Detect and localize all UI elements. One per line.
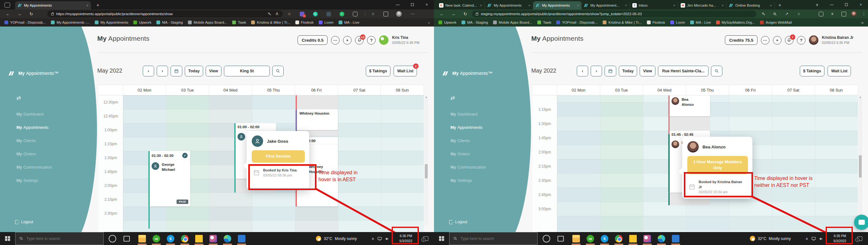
tab-actions-icon[interactable] (4, 2, 10, 7)
bookmark[interactable]: Flodesk (295, 21, 314, 24)
browser-tab[interactable]: My Appointments × (15, 1, 91, 9)
waitlist-button[interactable]: Wait List (828, 66, 851, 76)
sticky-notes-icon[interactable] (193, 232, 205, 245)
bookmark[interactable]: My Appointments (95, 21, 128, 24)
action-center-icon[interactable] (854, 232, 866, 245)
file-explorer-icon[interactable] (570, 232, 583, 245)
scrollbar-thumb[interactable] (859, 155, 862, 178)
key-icon[interactable] (266, 11, 273, 17)
user-avatar[interactable] (379, 35, 389, 45)
add-icon[interactable]: + (773, 36, 781, 44)
event-bea-alonzo-1[interactable]: Bea Alonzo (669, 95, 710, 116)
tab-close-icon[interactable]: × (625, 3, 627, 7)
location-field[interactable]: Rue Henri Sainte-Cla... (658, 66, 709, 76)
share-icon[interactable]: ↗ (783, 11, 790, 17)
search-button[interactable] (272, 66, 284, 76)
waitlist-button[interactable]: Wait List 2 (394, 66, 417, 76)
extension-check-icon[interactable]: ✓ (338, 11, 345, 17)
bookmark[interactable]: MySayMatters.Org... (716, 21, 755, 24)
sidebar-item[interactable]: MyClients (17, 138, 64, 143)
taskbar-search-input[interactable] (461, 237, 530, 241)
sidebar-item[interactable]: MyCommunication (17, 165, 64, 170)
scrollbar-thumb[interactable] (425, 164, 428, 178)
tray-expand-icon[interactable]: ∧ (805, 237, 808, 241)
sidebar-item[interactable]: MySettings (17, 178, 64, 183)
bookmark[interactable]: Kristina & Mike | Tr... (603, 21, 642, 24)
tray-expand-icon[interactable]: ∧ (371, 237, 374, 241)
back-icon[interactable]: ← (438, 11, 445, 17)
sidebar-item[interactable]: MyOrders (17, 152, 64, 156)
calendar-scrollbar[interactable]: ▲ (425, 95, 428, 225)
bookmark[interactable]: Kristina & Mike | Tr... (251, 21, 290, 24)
tab-close-icon[interactable]: × (674, 3, 675, 7)
browser-tab[interactable]: Y Inbox × (630, 1, 678, 9)
tab-search-icon[interactable]: ∨ (810, 2, 825, 7)
add-favorite-icon[interactable]: ☆ (286, 11, 293, 17)
tab-close-icon[interactable]: × (87, 3, 88, 7)
upwork-icon[interactable]: up (584, 232, 597, 245)
tab-close-icon[interactable]: × (528, 3, 530, 7)
date-picker-button[interactable] (604, 66, 616, 76)
sidebar-item[interactable]: MyDashboard (451, 112, 498, 117)
bookmark[interactable]: Upwork (438, 21, 457, 24)
event-george-michael[interactable]: 01:30 - 02:30 ✓ George Michael PAID (149, 151, 190, 207)
notifications-bell-icon[interactable]: 7 (785, 36, 794, 44)
user-avatar[interactable] (809, 35, 818, 45)
read-aloud-icon[interactable]: A (274, 11, 280, 17)
extension-spark-icon[interactable] (299, 11, 305, 17)
prev-button[interactable]: ‹ (577, 66, 588, 76)
scroll-up-icon[interactable]: ▲ (859, 96, 862, 98)
browser-tab[interactable]: My Appointment... × (582, 1, 630, 9)
extension-password-icon[interactable]: ··· (325, 11, 332, 17)
search-button[interactable] (711, 66, 722, 76)
location-field[interactable]: King St (224, 66, 270, 76)
settings-menu-icon[interactable]: ⋯ (409, 11, 416, 17)
taskbar-weather[interactable]: 32°C Mostly sunny (750, 232, 791, 245)
key-icon[interactable] (760, 11, 767, 17)
logout-button[interactable]: Logout (15, 220, 33, 224)
paint-icon[interactable] (207, 232, 219, 245)
browser-tab[interactable]: M Jen Mercado ha... × (678, 1, 726, 9)
extensions-puzzle-icon[interactable] (351, 11, 359, 17)
start-button[interactable] (0, 232, 15, 245)
browser-tab[interactable]: My Appointments × (485, 1, 533, 9)
credits-button[interactable]: Credits 0.5 (298, 35, 328, 45)
task-view-icon[interactable] (554, 232, 567, 245)
taskbar-weather[interactable]: 32°C Mostly sunny (316, 232, 357, 245)
bookmark[interactable]: Upwork (133, 21, 151, 24)
minimize-button[interactable]: — (825, 2, 839, 7)
close-button[interactable]: × (420, 2, 434, 7)
date-picker-button[interactable] (170, 66, 182, 76)
browser-tab[interactable]: My Appointments × (533, 1, 582, 9)
bookmark[interactable]: YOPmail - Disposab... (556, 21, 598, 24)
refresh-icon[interactable]: ↻ (28, 11, 35, 17)
next-button[interactable]: › (591, 66, 602, 76)
sidebar-item[interactable]: MySettings (451, 178, 498, 183)
add-icon[interactable]: + (343, 36, 351, 44)
bookmark[interactable]: Mobile Apps Board... (188, 21, 227, 24)
reading-list-icon[interactable]: ≡ (829, 11, 836, 17)
url-field[interactable]: staging.myappointments.app/portal/public… (472, 10, 756, 18)
bookmark[interactable]: YOPmail - Disposab... (4, 21, 46, 24)
maximize-button[interactable] (839, 2, 854, 7)
browser-tab[interactable]: Online Booking × (726, 1, 775, 9)
photos-icon[interactable] (669, 232, 682, 245)
bookmark[interactable]: MA - Live (690, 21, 711, 24)
view-button[interactable]: View (206, 66, 221, 76)
scroll-up-icon[interactable]: ▲ (425, 96, 428, 98)
paint-icon[interactable] (641, 232, 653, 245)
bookmark[interactable]: Loom (670, 21, 685, 24)
sidebar-item[interactable]: MyClients (451, 138, 498, 143)
bookmark[interactable]: MA - Staging (462, 21, 488, 24)
bookmark[interactable]: Tawk (232, 21, 246, 24)
taskbar-search[interactable] (449, 232, 537, 245)
notifications-bell-icon[interactable]: 13 (355, 36, 364, 44)
new-tab-button[interactable]: + (777, 2, 783, 8)
collapse-sidebar-icon[interactable]: ⇄ (17, 95, 21, 101)
close-button[interactable]: × (854, 2, 868, 7)
today-button[interactable]: Today (185, 66, 203, 76)
tab-close-icon[interactable]: × (770, 3, 772, 7)
messages-icon[interactable]: ··· (331, 36, 340, 44)
sticky-notes-icon[interactable] (627, 232, 639, 245)
skype-icon[interactable]: S (598, 232, 611, 245)
